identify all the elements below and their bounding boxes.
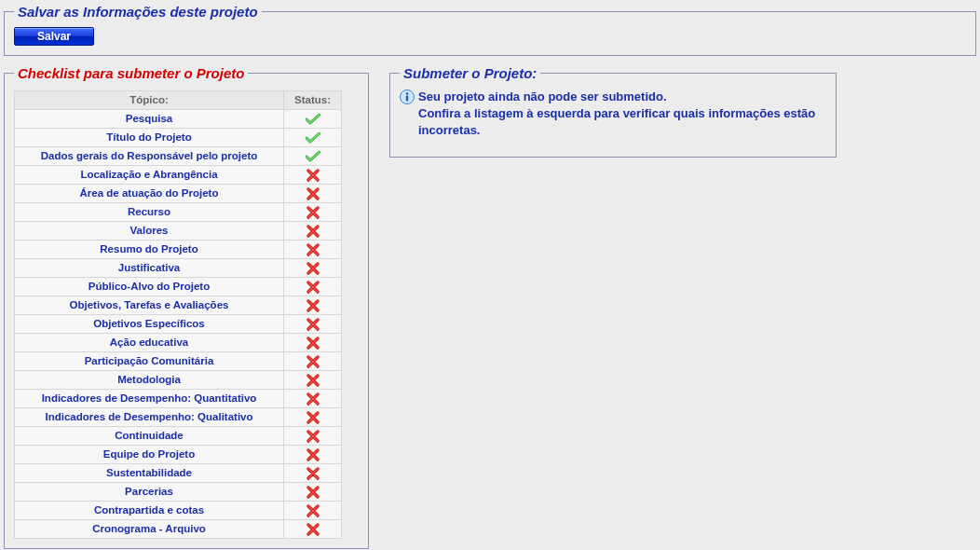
cross-icon bbox=[306, 262, 320, 275]
table-row: Equipe do Projeto bbox=[15, 446, 342, 464]
cross-icon bbox=[306, 392, 320, 406]
checklist-topic[interactable]: Pesquisa bbox=[15, 110, 284, 129]
table-row: Pesquisa bbox=[15, 110, 342, 129]
checklist-topic[interactable]: Objetivos, Tarefas e Avaliações bbox=[15, 296, 284, 315]
checklist-header-status: Status: bbox=[284, 91, 342, 110]
checklist-status bbox=[284, 446, 342, 464]
checklist-status bbox=[284, 427, 342, 446]
submit-legend: Submeter o Projeto: bbox=[400, 65, 540, 81]
table-row: Objetivos, Tarefas e Avaliações bbox=[15, 296, 342, 315]
checklist-topic[interactable]: Título do Projeto bbox=[15, 129, 284, 147]
checklist-status bbox=[284, 222, 342, 241]
svg-rect-2 bbox=[406, 96, 408, 102]
checklist-topic[interactable]: Participação Comunitária bbox=[15, 352, 284, 371]
cross-icon bbox=[306, 318, 320, 331]
submit-warning-line1: Seu projeto ainda não pode ser submetido… bbox=[418, 89, 667, 103]
cross-icon bbox=[306, 206, 320, 219]
cross-icon bbox=[306, 281, 320, 294]
check-icon bbox=[306, 114, 320, 125]
checklist-header-topic: Tópico: bbox=[15, 91, 284, 110]
checklist-topic[interactable]: Recurso bbox=[15, 203, 284, 222]
cross-icon bbox=[306, 411, 320, 424]
table-row: Recurso bbox=[15, 203, 342, 222]
checklist-status bbox=[284, 483, 342, 502]
checklist-status bbox=[284, 352, 342, 371]
table-row: Público-Alvo do Projeto bbox=[15, 278, 342, 296]
table-row: Justificativa bbox=[15, 259, 342, 278]
table-row: Objetivos Específicos bbox=[15, 315, 342, 334]
checklist-status bbox=[284, 147, 342, 166]
cross-icon bbox=[306, 299, 320, 312]
save-info-fieldset: Salvar as Informações deste projeto Salv… bbox=[4, 4, 976, 56]
checklist-topic[interactable]: Dados gerais do Responsável pelo projeto bbox=[15, 147, 284, 166]
checklist-topic[interactable]: Parcerias bbox=[15, 483, 284, 502]
checklist-topic[interactable]: Valores bbox=[15, 222, 284, 241]
checklist-status bbox=[284, 464, 342, 483]
info-icon bbox=[400, 89, 415, 104]
table-row: Continuidade bbox=[15, 427, 342, 446]
checklist-status bbox=[284, 390, 342, 408]
checklist-topic[interactable]: Contrapartida e cotas bbox=[15, 502, 284, 520]
checklist-status bbox=[284, 296, 342, 315]
checklist-topic[interactable]: Indicadores de Desempenho: Quantitativo bbox=[15, 390, 284, 408]
table-row: Localização e Abrangência bbox=[15, 166, 342, 185]
cross-icon bbox=[306, 225, 320, 238]
submit-warning-line2: Confira a listagem à esquerda para verif… bbox=[418, 106, 815, 137]
checklist-topic[interactable]: Cronograma - Arquivo bbox=[15, 520, 284, 539]
save-button[interactable]: Salvar bbox=[14, 27, 94, 46]
check-icon bbox=[306, 132, 320, 144]
checklist-status bbox=[284, 408, 342, 427]
table-row: Indicadores de Desempenho: Quantitativo bbox=[15, 390, 342, 408]
checklist-status bbox=[284, 502, 342, 520]
checklist-topic[interactable]: Continuidade bbox=[15, 427, 284, 446]
cross-icon bbox=[306, 355, 320, 368]
checklist-status bbox=[284, 371, 342, 390]
checklist-status bbox=[284, 520, 342, 539]
checklist-status bbox=[284, 110, 342, 129]
cross-icon bbox=[306, 467, 320, 480]
checklist-topic[interactable]: Equipe do Projeto bbox=[15, 446, 284, 464]
checklist-topic[interactable]: Indicadores de Desempenho: Qualitativo bbox=[15, 408, 284, 427]
checklist-topic[interactable]: Área de atuação do Projeto bbox=[15, 185, 284, 203]
checklist-status bbox=[284, 166, 342, 185]
checklist-topic[interactable]: Público-Alvo do Projeto bbox=[15, 278, 284, 296]
cross-icon bbox=[306, 243, 320, 256]
table-row: Participação Comunitária bbox=[15, 352, 342, 371]
checklist-status bbox=[284, 241, 342, 259]
table-row: Sustentabilidade bbox=[15, 464, 342, 483]
checklist-table: Tópico: Status: PesquisaTítulo do Projet… bbox=[14, 90, 342, 539]
check-icon bbox=[306, 151, 320, 162]
table-row: Dados gerais do Responsável pelo projeto bbox=[15, 147, 342, 166]
cross-icon bbox=[306, 430, 320, 443]
cross-icon bbox=[306, 486, 320, 499]
table-row: Área de atuação do Projeto bbox=[15, 185, 342, 203]
table-row: Valores bbox=[15, 222, 342, 241]
checklist-topic[interactable]: Sustentabilidade bbox=[15, 464, 284, 483]
svg-point-1 bbox=[406, 92, 409, 95]
table-row: Ação educativa bbox=[15, 334, 342, 352]
table-row: Metodologia bbox=[15, 371, 342, 390]
checklist-topic[interactable]: Objetivos Específicos bbox=[15, 315, 284, 334]
checklist-status bbox=[284, 315, 342, 334]
checklist-topic[interactable]: Localização e Abrangência bbox=[15, 166, 284, 185]
checklist-status bbox=[284, 278, 342, 296]
table-row: Contrapartida e cotas bbox=[15, 502, 342, 520]
checklist-status bbox=[284, 185, 342, 203]
checklist-status bbox=[284, 203, 342, 222]
checklist-status bbox=[284, 334, 342, 352]
checklist-fieldset: Checklist para submeter o Projeto Tópico… bbox=[4, 65, 369, 549]
submit-warning: Seu projeto ainda não pode ser submetido… bbox=[400, 89, 826, 140]
checklist-topic[interactable]: Resumo do Projeto bbox=[15, 241, 284, 259]
checklist-topic[interactable]: Metodologia bbox=[15, 371, 284, 390]
cross-icon bbox=[306, 337, 320, 350]
checklist-legend: Checklist para submeter o Projeto bbox=[14, 65, 248, 81]
table-row: Resumo do Projeto bbox=[15, 241, 342, 259]
checklist-topic[interactable]: Ação educativa bbox=[15, 334, 284, 352]
cross-icon bbox=[306, 187, 320, 200]
save-info-legend: Salvar as Informações deste projeto bbox=[14, 4, 262, 20]
checklist-topic[interactable]: Justificativa bbox=[15, 259, 284, 278]
cross-icon bbox=[306, 504, 320, 517]
table-row: Título do Projeto bbox=[15, 129, 342, 147]
cross-icon bbox=[306, 169, 320, 182]
cross-icon bbox=[306, 448, 320, 461]
